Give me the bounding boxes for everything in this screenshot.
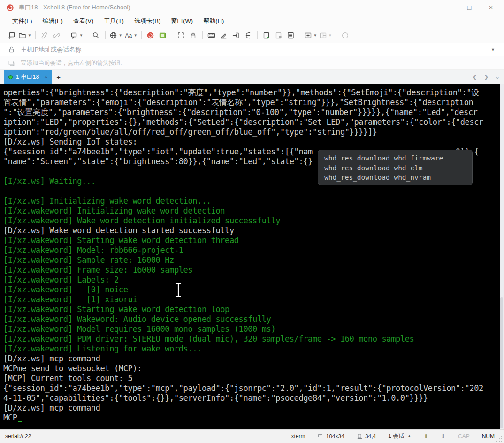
terminal[interactable]: operties":{"brightness":{"description":"… [0,84,504,429]
menu-item[interactable]: 编辑(E) [38,15,68,27]
toolbar: ▼▼▼Aa▼▼▼ [0,28,504,43]
lock-screen-icon[interactable] [187,29,199,41]
terminal-line: MCP [3,413,499,423]
xagent-icon[interactable] [145,29,157,41]
reconnect-icon[interactable] [51,29,63,41]
tab-label: 1 串口18 [16,73,39,81]
menu-item[interactable]: 窗口(W) [166,15,198,27]
terminal-type[interactable]: xterm [285,433,312,440]
maximize-button[interactable]: □ [465,3,473,12]
menu-bar: 文件(F)编辑(E)查看(V)工具(T)选项卡(B)窗口(W)帮助(H) [0,15,504,28]
menu-item[interactable]: 帮助(H) [198,15,229,27]
window-titlebar: 串口18 - Xshell 8 (Free for Home/School) –… [0,0,504,15]
terminal-line: [I/xz.wakeword] Model requires 16000 mon… [3,324,499,334]
zmodem-icon[interactable] [157,29,169,41]
tab-list-caret-icon[interactable]: ⌄ [495,74,500,80]
menu-item[interactable]: 查看(V) [68,15,99,27]
terminal-line: operties":{"brightness":{"description":"… [3,88,499,98]
fullscreen-icon[interactable] [175,29,187,41]
run-script-icon[interactable] [260,29,273,41]
terminal-line: [D/xz.ws] mcp command [3,354,499,364]
arrow-down-icon: ⬇ [441,433,446,440]
open-session-icon[interactable]: ▼ [17,29,32,41]
menu-item[interactable]: 选项卡(B) [129,15,166,27]
web-browser-icon[interactable]: ▼ [108,29,123,41]
tab-serial-session[interactable]: 1 串口18 × [4,70,52,84]
toolbar-separator [257,31,258,39]
minimize-button[interactable]: – [443,3,452,12]
close-button[interactable]: × [487,3,495,12]
dropdown-caret-icon[interactable]: ▼ [119,33,122,38]
sync-icon[interactable] [339,29,351,41]
session-hint-bar: 要添加当前会话，点击左侧的箭头按钮。 [0,56,504,70]
toolbar-separator [141,31,142,39]
terminal-line: 4-11-05","capabilities":{"tools":{}},"se… [3,393,499,403]
tab-close-icon[interactable]: × [44,74,47,80]
find-icon[interactable] [90,29,102,41]
toolbar-separator [300,31,300,39]
upload-indicator[interactable]: ⬆ [417,433,435,440]
terminal-line: [I/xz.wakeword] Labels: 2 [3,275,499,285]
terminal-scrollbar[interactable] [500,84,504,429]
terminal-line: [D/xz.ws] Sending IoT states: [3,137,499,147]
terminal-line: [D/xz.ws] mcp command [3,403,499,413]
autocomplete-popup: whd_res_download whd_firmwarewhd_res_dow… [318,150,473,185]
toolbar-separator [172,31,172,39]
script-document-icon[interactable] [285,29,297,41]
dropdown-caret-icon[interactable]: ▼ [134,33,137,38]
terminal-cursor [18,414,22,422]
split-layout-icon[interactable]: ▼ [318,29,333,41]
terminal-line: {"session_id":"a74bee1b","type":"mcp","p… [3,383,499,393]
save-script-icon[interactable] [273,29,285,41]
dropdown-caret-icon[interactable]: ▼ [28,33,31,38]
toolbar-separator [87,31,87,39]
cursor-position-indicator[interactable]: 34,4 [351,433,382,440]
virtual-keyboard-icon[interactable] [206,29,218,41]
tab-ribbon-icon[interactable] [242,29,254,41]
unlocked-padlock-icon [8,46,15,53]
caps-lock-indicator: CAP [452,433,476,440]
logging-icon[interactable] [230,29,242,41]
dropdown-caret-icon[interactable]: ▼ [79,33,83,38]
new-window-icon[interactable]: ▼ [303,29,318,41]
toolbar-separator [66,31,66,39]
popup-line: whd_res_download whd_firmware [324,153,472,163]
toolbar-separator [336,31,336,39]
popup-line: whd_res_download whd_clm [324,163,472,173]
dropdown-caret-icon[interactable]: ▼ [313,33,317,38]
scroll-tabs-right-icon[interactable]: ❯ [484,74,489,80]
compose-bar-icon[interactable] [218,29,230,41]
terminal-line: [MCP] Current tools count: 5 [3,374,499,383]
text-cursor-pointer-icon [172,281,184,299]
terminal-line: MCPme send to websocket (MCP): [3,364,499,374]
menu-item[interactable]: 工具(T) [99,15,129,27]
scrollbar-thumb[interactable] [500,297,503,428]
address-bar[interactable]: 主机IP地址或会话名称 ▼ [0,43,504,56]
tab-bar: 1 串口18 × + ❮ ❯ ⌄ [0,70,504,84]
add-session-icon[interactable] [8,60,15,67]
connection-status: serial://:22 [5,433,285,440]
disconnect-icon[interactable] [38,29,51,41]
terminal-line: [I/xz.wakeword] Wakeword: Audio device o… [3,314,499,324]
session-count[interactable]: 1 会话 ▲ [382,432,417,440]
terminal-line: [I/xz.wakeword] Initializing wake word d… [3,206,499,216]
terminal-line: [I/xz.wakeword] Starting wake word detec… [3,236,499,245]
menu-item[interactable]: 文件(F) [7,15,38,27]
new-tab-button[interactable]: + [52,73,65,81]
terminal-line [3,186,499,196]
duplicate-session-icon[interactable]: ▼ [69,29,84,41]
download-indicator[interactable]: ⬇ [435,433,452,440]
dropdown-caret-icon[interactable]: ▼ [328,33,332,38]
screen-size-indicator[interactable]: 104x34 [312,433,351,440]
host-address-input[interactable]: 主机IP地址或会话名称 [21,46,491,54]
new-session-icon[interactable] [5,29,17,41]
window-resize-grip[interactable] [496,435,503,442]
scroll-tabs-left-icon[interactable]: ❮ [473,74,477,80]
font-size-icon[interactable]: Aa▼ [123,29,138,41]
terminal-line: iption":"LED","properties":{},"methods":… [3,117,499,127]
address-dropdown-caret-icon[interactable]: ▼ [491,47,500,52]
session-hint-text: 要添加当前会话，点击左侧的箭头按钮。 [21,59,126,67]
status-bar: serial://:22 xterm 104x34 34,4 1 会话 ▲ ⬆ … [0,429,504,443]
toolbar-separator [35,31,36,39]
terminal-output: operties":{"brightness":{"description":"… [3,88,499,423]
